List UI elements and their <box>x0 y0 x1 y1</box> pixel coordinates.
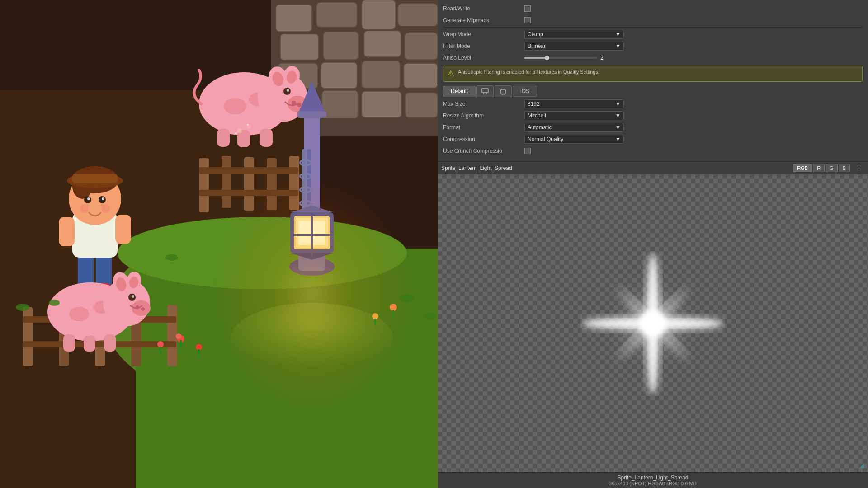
svg-rect-15 <box>322 90 358 118</box>
svg-rect-33 <box>167 305 177 366</box>
svg-point-121 <box>49 300 60 306</box>
svg-point-92 <box>212 176 411 411</box>
texture-header: Sprite_Lantern_Light_Spread RGB R G B ⋮ <box>438 162 868 174</box>
max-size-label: Max Size <box>443 101 524 107</box>
resize-algo-dropdown[interactable]: Mitchell ▼ <box>524 111 624 120</box>
svg-rect-117 <box>392 310 394 318</box>
tab-standalone[interactable] <box>476 85 494 97</box>
svg-rect-75 <box>297 111 326 118</box>
aniso-warning: ⚠ Anisotropic filtering is enabled for a… <box>443 66 863 82</box>
wrap-mode-arrow: ▼ <box>615 31 621 38</box>
format-dropdown[interactable]: Automatic ▼ <box>524 123 624 132</box>
resize-algo-value: Mitchell <box>528 113 546 119</box>
texture-sprite <box>580 251 725 396</box>
svg-rect-22 <box>199 158 209 212</box>
aniso-level-label: Aniso Level <box>443 55 524 61</box>
max-size-row: Max Size 8192 ▼ <box>443 99 863 109</box>
aniso-level-value: 2 <box>600 55 604 61</box>
game-scene <box>0 0 438 488</box>
wrap-mode-label: Wrap Mode <box>443 31 524 38</box>
svg-rect-49 <box>217 129 230 147</box>
svg-rect-23 <box>222 156 231 208</box>
svg-rect-4 <box>362 0 396 29</box>
svg-rect-6 <box>280 34 319 60</box>
svg-point-124 <box>424 313 435 319</box>
texture-info-details: 365x403 (NPOT) RGBA8 sRGB 0.6 MB <box>443 481 863 486</box>
svg-rect-29 <box>23 307 33 366</box>
channel-g-button[interactable]: G <box>826 164 838 172</box>
svg-rect-3 <box>316 2 357 27</box>
texture-name: Sprite_Lantern_Light_Spread <box>441 165 789 171</box>
svg-rect-27 <box>199 167 298 174</box>
tab-android[interactable] <box>495 85 512 97</box>
read-write-label: Read/Write <box>443 5 524 12</box>
read-write-checkbox[interactable] <box>524 5 531 12</box>
svg-point-114 <box>157 341 164 347</box>
svg-point-127 <box>235 132 237 134</box>
svg-point-148 <box>646 317 660 330</box>
svg-rect-5 <box>398 4 438 26</box>
generate-mipmaps-label: Generate Mipmaps <box>443 17 524 23</box>
svg-point-105 <box>132 295 134 298</box>
warning-text: Anisotropic filtering is enabled for all… <box>458 69 599 75</box>
svg-point-48 <box>287 89 289 92</box>
svg-point-118 <box>372 313 378 319</box>
svg-rect-133 <box>501 89 505 94</box>
tab-default[interactable]: Default <box>443 86 476 97</box>
resize-algo-label: Resize Algorithm <box>443 113 524 119</box>
svg-rect-119 <box>374 319 376 326</box>
channel-b-button[interactable]: B <box>839 164 850 172</box>
max-size-dropdown[interactable]: 8192 ▼ <box>524 99 624 108</box>
svg-rect-11 <box>321 62 357 89</box>
svg-line-135 <box>505 89 505 89</box>
corner-indicator: ◢ <box>859 461 864 469</box>
svg-point-70 <box>101 204 110 213</box>
svg-point-125 <box>238 129 241 133</box>
format-value: Automatic <box>528 124 552 131</box>
crunch-label: Use Crunch Compressio <box>443 148 524 154</box>
game-canvas <box>0 0 438 488</box>
filter-mode-label: Filter Mode <box>443 43 524 49</box>
channel-r-button[interactable]: R <box>813 164 825 172</box>
inspector-top: Read/Write Generate Mipmaps Wrap Mode Cl… <box>438 0 868 162</box>
svg-rect-51 <box>260 129 273 147</box>
generate-mipmaps-row: Generate Mipmaps <box>443 15 863 25</box>
svg-point-69 <box>80 204 89 213</box>
svg-point-120 <box>16 304 29 311</box>
warning-icon: ⚠ <box>447 69 454 79</box>
wrap-mode-dropdown[interactable]: Clamp ▼ <box>524 30 624 39</box>
filter-mode-dropdown[interactable]: Bilinear ▼ <box>524 42 624 51</box>
more-options-button[interactable]: ⋮ <box>854 164 864 172</box>
svg-point-128 <box>247 124 249 126</box>
aniso-slider-container: 2 <box>524 55 604 61</box>
max-size-value: 8192 <box>528 101 540 107</box>
generate-mipmaps-checkbox[interactable] <box>524 17 531 23</box>
svg-rect-106 <box>63 334 75 352</box>
channel-rgb-button[interactable]: RGB <box>793 164 812 172</box>
svg-point-112 <box>196 344 202 350</box>
resize-algo-row: Resize Algorithm Mitchell ▼ <box>443 111 863 121</box>
compression-dropdown[interactable]: Normal Quality ▼ <box>524 135 624 144</box>
aniso-slider-track[interactable] <box>524 57 597 59</box>
svg-rect-17 <box>405 93 438 117</box>
svg-rect-9 <box>405 33 438 60</box>
svg-rect-107 <box>84 336 95 352</box>
filter-mode-value: Bilinear <box>528 43 546 49</box>
compression-arrow: ▼ <box>615 136 621 142</box>
compression-label: Compression <box>443 136 524 142</box>
aniso-level-row: Aniso Level 2 <box>443 53 863 63</box>
svg-rect-58 <box>115 215 131 244</box>
svg-rect-2 <box>276 5 312 32</box>
svg-point-110 <box>176 333 181 339</box>
svg-point-123 <box>400 295 414 302</box>
svg-point-116 <box>390 304 397 311</box>
format-arrow: ▼ <box>615 124 621 131</box>
tab-ios[interactable]: iOS <box>513 86 537 97</box>
crunch-checkbox[interactable] <box>524 148 531 154</box>
svg-rect-111 <box>180 340 182 349</box>
platform-tabs: Default <box>443 85 863 97</box>
aniso-slider-thumb[interactable] <box>545 56 549 60</box>
svg-rect-115 <box>160 347 161 354</box>
wrap-mode-value: Clamp <box>528 31 543 38</box>
svg-rect-16 <box>362 91 401 117</box>
